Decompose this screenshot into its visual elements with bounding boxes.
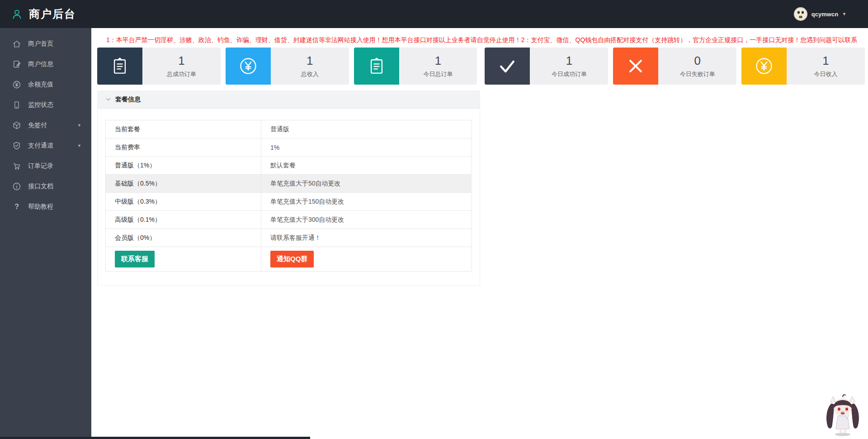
yen-circle-icon [741, 48, 787, 85]
chevron-down-icon [105, 96, 111, 102]
horizontal-scrollbar-thumb[interactable] [0, 437, 310, 439]
user-menu[interactable]: qcymwcn ▼ [794, 7, 846, 21]
stat-label: 今日收入 [814, 70, 838, 78]
person-icon [11, 8, 23, 20]
sidebar-item[interactable]: ? 帮助教程 [0, 196, 91, 217]
stat-value: 1 [566, 54, 572, 68]
shield-check-icon [12, 141, 21, 150]
table-row: 高级版（0.1%） 单笔充值大于300自动更改 [106, 211, 472, 229]
stat-card: 1 今日总订单 [354, 48, 477, 85]
stat-label: 今日成功订单 [552, 70, 587, 78]
row-value: 默认套餐 [261, 157, 472, 175]
stat-label: 总成功订单 [167, 70, 196, 78]
sidebar-item[interactable]: 支付通道 ▼ [0, 135, 91, 156]
username: qcymwcn [811, 11, 838, 18]
table-row: 中级版（0.3%） 单笔充值大于150自动更改 [106, 193, 472, 211]
sidebar-item-label: 支付通道 [28, 142, 53, 150]
row-label: 当前套餐 [106, 120, 261, 138]
sidebar-item[interactable]: 接口文档 [0, 176, 91, 196]
stat-card: 1 今日成功订单 [485, 48, 608, 85]
stat-label: 今日总订单 [424, 70, 453, 78]
sidebar-menu: 商户首页 商户信息 余额充值 监控状态 免签付 ▼ 支付通道 ▼ 订单记录 接口… [0, 33, 91, 217]
home-icon [12, 39, 21, 48]
table-row: 会员版（0%） 请联系客服开通！ [106, 229, 472, 247]
table-row: 当前费率 1% [106, 138, 472, 157]
sidebar-item-label: 订单记录 [28, 162, 53, 170]
stat-card: 1 今日收入 [741, 48, 865, 85]
monitor-icon [12, 100, 21, 110]
row-label: 普通版（1%） [106, 157, 261, 175]
stat-label: 总收入 [301, 70, 319, 78]
row-label: 中级版（0.3%） [106, 193, 261, 211]
yen-circle-icon [12, 80, 21, 89]
stat-card: 1 总收入 [226, 48, 349, 85]
row-value: 单笔充值大于300自动更改 [261, 211, 472, 229]
stat-value: 1 [435, 54, 441, 68]
sidebar: 商户首页 商户信息 余额充值 监控状态 免签付 ▼ 支付通道 ▼ 订单记录 接口… [0, 28, 91, 439]
qq-group-notify-button[interactable]: 通知QQ群 [270, 251, 314, 267]
panel-body: 当前套餐 普通版 当前费率 1% 普通版（1%） 默认套餐 基础版（0.5%） … [98, 109, 480, 285]
chevron-down-icon: ▼ [77, 123, 81, 128]
chibi-girl-mascot[interactable] [816, 392, 867, 437]
sidebar-item[interactable]: 商户信息 [0, 54, 91, 74]
table-row: 基础版（0.5%） 单笔充值大于50自动更改 [106, 175, 472, 193]
face-avatar-icon [794, 7, 807, 21]
row-label: 会员版（0%） [106, 229, 261, 247]
row-label: 基础版（0.5%） [106, 175, 261, 193]
row-value: 普通版 [261, 120, 472, 138]
app-title: 商户后台 [29, 7, 76, 21]
stat-label: 今日失败订单 [680, 70, 715, 78]
yen-circle-icon [226, 48, 271, 85]
sidebar-item[interactable]: 订单记录 [0, 156, 91, 176]
check-icon [485, 48, 530, 85]
row-value: 请联系客服开通！ [261, 229, 472, 247]
sidebar-item-label: 余额充值 [28, 81, 53, 89]
package-info-panel: 套餐信息 当前套餐 普通版 当前费率 1% 普通版（1%） 默认套餐 基础版（0… [97, 91, 480, 286]
contact-support-button[interactable]: 联系客服 [115, 251, 155, 267]
question-icon: ? [12, 202, 21, 211]
stat-value: 1 [178, 54, 184, 68]
sidebar-item[interactable]: 商户首页 [0, 33, 91, 54]
info-circle-icon [12, 182, 21, 191]
close-icon [613, 48, 658, 85]
sidebar-item-label: 接口文档 [28, 182, 53, 191]
package-table: 当前套餐 普通版 当前费率 1% 普通版（1%） 默认套餐 基础版（0.5%） … [105, 120, 472, 272]
row-value: 单笔充值大于50自动更改 [261, 175, 472, 193]
chevron-down-icon: ▼ [77, 143, 81, 148]
table-row: 当前套餐 普通版 [106, 120, 472, 138]
stat-cards-row: 1 总成功订单 1 总收入 1 今日总订单 1 今日成功订单 [97, 48, 865, 85]
stat-value: 0 [694, 54, 700, 68]
stat-card: 1 总成功订单 [97, 48, 221, 85]
main-content: 1：本平台严禁一切淫秽、涉赌、政治、钓鱼、诈骗、理财、借贷、封建迷信等非法网站接… [91, 0, 868, 286]
edit-document-icon [12, 60, 21, 69]
table-row: 普通版（1%） 默认套餐 [106, 157, 472, 175]
notice-marquee: 1：本平台严禁一切淫秽、涉赌、政治、钓鱼、诈骗、理财、借贷、封建迷信等非法网站接… [97, 34, 863, 46]
sidebar-item[interactable]: 监控状态 [0, 95, 91, 115]
stat-card: 0 今日失败订单 [613, 48, 736, 85]
row-value: 1% [261, 138, 472, 157]
svg-text:?: ? [14, 202, 19, 210]
cube-icon [12, 121, 21, 130]
sidebar-item-label: 商户信息 [28, 60, 53, 68]
sidebar-item-label: 监控状态 [28, 101, 53, 109]
sidebar-item-label: 帮助教程 [28, 203, 53, 211]
row-value: 单笔充值大于150自动更改 [261, 193, 472, 211]
panel-title: 套餐信息 [115, 95, 141, 104]
table-buttons-row: 联系客服通知QQ群 [106, 247, 472, 272]
cart-icon [12, 162, 21, 171]
row-label: 当前费率 [106, 138, 261, 157]
sidebar-item-label: 商户首页 [28, 40, 53, 48]
stat-value: 1 [307, 54, 313, 68]
top-header: 商户后台 qcymwcn ▼ [0, 0, 868, 28]
sidebar-item-label: 免签付 [28, 121, 47, 129]
stat-value: 1 [822, 54, 829, 68]
sidebar-item[interactable]: 余额充值 [0, 74, 91, 95]
sidebar-item[interactable]: 免签付 ▼ [0, 115, 91, 135]
panel-header[interactable]: 套餐信息 [98, 91, 480, 109]
app-logo: 商户后台 [0, 7, 76, 21]
row-label: 高级版（0.1%） [106, 211, 261, 229]
clipboard-icon [354, 48, 399, 85]
chevron-down-icon: ▼ [842, 12, 846, 16]
clipboard-icon [97, 48, 142, 85]
